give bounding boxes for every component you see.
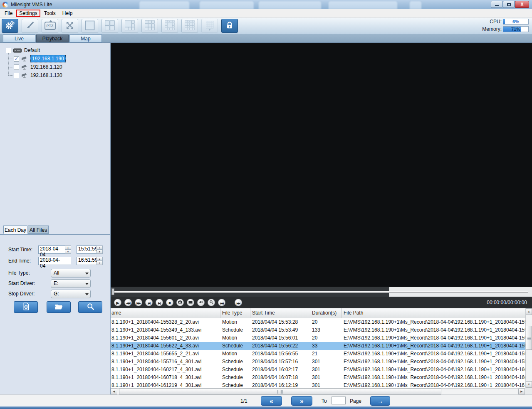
- layout-16-button[interactable]: [181, 19, 198, 33]
- to-label: To: [322, 398, 327, 404]
- table-cell: 301: [310, 382, 342, 388]
- table-row[interactable]: 8.1.190+1_20180404-160718_4_301.aviSched…: [111, 374, 525, 382]
- seek-handle[interactable]: [111, 288, 114, 295]
- tab-live[interactable]: Live: [3, 35, 35, 42]
- minimize-button[interactable]: [491, 1, 502, 8]
- title-bar[interactable]: Milesight VMS Lite X: [0, 0, 532, 10]
- stop-button[interactable]: ■: [166, 299, 173, 306]
- rewind-button[interactable]: ◀◀: [124, 299, 132, 306]
- menu-help[interactable]: Help: [59, 10, 76, 17]
- table-row[interactable]: 8.1.190+1_20180404-155716_4_301.aviSched…: [111, 358, 525, 366]
- tab-map[interactable]: Map: [69, 35, 102, 42]
- prev-file-button[interactable]: |◀◀: [218, 299, 225, 306]
- file-type-select[interactable]: All: [51, 269, 91, 278]
- start-clock-spinner[interactable]: ▲▼: [97, 245, 103, 254]
- column-header-name[interactable]: ame: [111, 308, 220, 318]
- camera-label[interactable]: 192.168.1.190: [30, 55, 66, 62]
- camera-label[interactable]: 192.168.1.120: [30, 64, 62, 70]
- scroll-down-button[interactable]: ▼: [526, 381, 532, 388]
- page-number-input[interactable]: [332, 397, 346, 404]
- go-to-page-button[interactable]: →: [370, 396, 390, 406]
- column-header-duration[interactable]: Duration(s): [310, 308, 342, 318]
- table-row[interactable]: 8.1.190+1_20180404-161219_4_301.aviSched…: [111, 382, 525, 388]
- table-row[interactable]: 8.1.190+1_20180404-160217_4_301.aviSched…: [111, 366, 525, 374]
- speaker-dark-icon: [198, 300, 203, 306]
- table-cell: Schedule: [220, 382, 250, 388]
- fullscreen-button[interactable]: [62, 19, 78, 33]
- menu-settings[interactable]: Settings: [16, 10, 40, 17]
- tab-all-files[interactable]: All Files: [28, 226, 49, 234]
- end-clock-spinner[interactable]: ▲▼: [97, 257, 103, 265]
- stop-driver-select[interactable]: G:: [51, 290, 91, 298]
- next-frame-button[interactable]: ▶|: [156, 299, 163, 306]
- column-header-start-time[interactable]: Start Time: [250, 308, 310, 318]
- seek-track[interactable]: [114, 291, 528, 293]
- tree-item-192.168.1.120[interactable]: 192.168.1.120: [14, 63, 62, 71]
- color-adjust-button[interactable]: [22, 19, 38, 33]
- camera-checkbox[interactable]: [14, 73, 19, 78]
- camera-label[interactable]: 192.168.1.130: [30, 72, 62, 78]
- search-button[interactable]: [78, 301, 102, 313]
- end-date-input[interactable]: 2018-04-04: [38, 257, 71, 265]
- table-row[interactable]: 8.1.190+1_20180404-155655_2_21.aviMotion…: [111, 350, 525, 358]
- folder-dark-icon: [188, 300, 193, 306]
- layout-13-button[interactable]: [161, 19, 178, 33]
- lock-button[interactable]: [221, 19, 238, 33]
- layout-9-button[interactable]: [141, 19, 158, 33]
- settings-button[interactable]: [2, 19, 18, 33]
- close-button[interactable]: X: [515, 1, 529, 8]
- tree-item-192.168.1.190[interactable]: ✓192.168.1.190: [14, 55, 66, 63]
- scroll-right-button[interactable]: ▶: [518, 389, 525, 394]
- table-row[interactable]: 8.1.190+1_20180404-155349_4_133.aviSched…: [111, 326, 525, 334]
- volume-button[interactable]: [197, 299, 205, 306]
- maximize-button[interactable]: [503, 1, 515, 8]
- vertical-scroll-thumb[interactable]: [526, 326, 532, 350]
- tree-item-default-group[interactable]: Default: [6, 46, 40, 55]
- table-vertical-scrollbar[interactable]: ▲ ▼: [525, 308, 532, 388]
- camera-checkbox[interactable]: [14, 64, 19, 70]
- video-display-area[interactable]: [111, 43, 532, 287]
- table-horizontal-scrollbar[interactable]: ◀ ▶: [111, 388, 525, 394]
- seek-bar[interactable]: [111, 287, 532, 297]
- table-cell: Motion: [220, 334, 250, 342]
- horizontal-scroll-thumb[interactable]: [119, 389, 441, 394]
- tab-each-day[interactable]: Each Day: [3, 226, 27, 234]
- menu-tools[interactable]: Tools: [41, 10, 59, 17]
- group-checkbox[interactable]: [6, 48, 11, 53]
- scroll-left-button[interactable]: ◀: [111, 389, 117, 394]
- background-browser-tab: [329, 1, 397, 9]
- table-row[interactable]: 8.1.190+1_20180404-155622_4_33.aviSchedu…: [111, 342, 525, 350]
- start-date-spinner[interactable]: ▲▼: [65, 245, 71, 254]
- ptz-button[interactable]: PTZ: [42, 19, 58, 33]
- play-icon: ▶: [116, 300, 119, 305]
- page-indicator: 1/1: [240, 398, 247, 404]
- prev-page-button[interactable]: «: [261, 396, 282, 406]
- fast-forward-button[interactable]: ▶▶: [135, 299, 142, 306]
- table-cell: Schedule: [220, 326, 250, 334]
- scroll-up-button[interactable]: ▲: [526, 308, 532, 315]
- start-driver-select[interactable]: E:: [51, 279, 91, 288]
- snapshot-button[interactable]: [176, 299, 184, 306]
- layout-6-button[interactable]: [121, 19, 138, 33]
- background-browser-tab: [139, 1, 189, 9]
- tab-playback[interactable]: Playback: [36, 35, 69, 42]
- next-file-button[interactable]: ▶▶|: [235, 299, 242, 306]
- camera-checkbox[interactable]: ✓: [14, 56, 19, 62]
- open-record-folder-button[interactable]: [187, 299, 194, 306]
- column-header-file-path[interactable]: File Path: [342, 308, 525, 318]
- menu-file[interactable]: File: [2, 10, 15, 17]
- layout-1-button[interactable]: [82, 19, 98, 33]
- table-row[interactable]: 8.1.190+1_20180404-155328_2_20.aviMotion…: [111, 318, 525, 326]
- background-browser-tab: [410, 1, 421, 9]
- layout-4-button[interactable]: [101, 19, 118, 33]
- open-folder-button[interactable]: [47, 301, 71, 313]
- next-page-button[interactable]: »: [291, 396, 312, 406]
- group-label[interactable]: Default: [24, 47, 40, 53]
- digital-zoom-button[interactable]: [208, 299, 215, 306]
- table-row[interactable]: 8.1.190+1_20180404-155601_2_20.aviMotion…: [111, 334, 525, 342]
- play-button[interactable]: ▶: [114, 299, 121, 306]
- tree-item-192.168.1.130[interactable]: 192.168.1.130: [14, 71, 62, 79]
- column-header-file-type[interactable]: File Type: [220, 308, 250, 318]
- backup-button[interactable]: [14, 301, 38, 313]
- prev-frame-button[interactable]: |◀: [145, 299, 153, 306]
